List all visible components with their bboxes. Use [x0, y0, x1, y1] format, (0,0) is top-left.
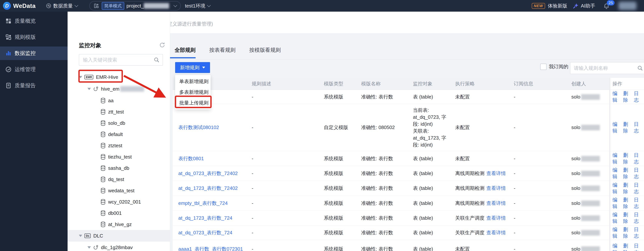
caret-down-icon[interactable]	[88, 246, 91, 249]
rule-search-input[interactable]	[574, 65, 637, 71]
redacted-text	[581, 201, 600, 206]
rule-name-link[interactable]: at_dq_0723_表行数_72402	[178, 171, 238, 176]
project-selector[interactable]: 简单模式 project_	[89, 1, 181, 10]
tree-item-wcy-0202-001[interactable]: wcy_0202_001	[68, 196, 170, 208]
delete-link[interactable]: 删除	[623, 243, 631, 251]
delete-link[interactable]: 删除	[623, 152, 631, 165]
app-logo[interactable]: D WeData	[3, 2, 36, 10]
tree-item-default[interactable]: default	[68, 129, 170, 140]
view-detail-link[interactable]: 查看详情	[486, 215, 506, 221]
delete-link[interactable]: 删除	[623, 212, 631, 225]
tree-item-dq-test[interactable]: dq_test	[68, 174, 170, 185]
try-new-version-link[interactable]: 体验新版	[548, 3, 567, 9]
sidebar-item-report[interactable]: 质量报告	[0, 79, 68, 92]
module-switcher[interactable]: 数据质量	[46, 3, 78, 9]
rule-name-link[interactable]: 表行数测试080102	[178, 125, 219, 130]
sidebar-item-ops[interactable]: 运维管理	[0, 63, 68, 76]
view-detail-link[interactable]: 查看详情	[486, 171, 506, 176]
menu-item-3[interactable]: 批量上传规则	[175, 98, 210, 108]
delete-link[interactable]: 删除	[623, 90, 631, 103]
tree-item-at-hive-gz[interactable]: at_hive_gz	[68, 219, 170, 230]
execution-strategy: 离线周期检测	[455, 185, 484, 191]
edit-link[interactable]: 编辑	[612, 182, 620, 195]
sidebar-item-overview[interactable]: 质量概览	[0, 14, 68, 28]
search-icon[interactable]	[154, 57, 160, 63]
tab-2[interactable]: 按表看规则	[209, 46, 236, 54]
caret-down-icon[interactable]	[79, 235, 82, 237]
emr-datasource-icon: EMR	[84, 75, 93, 79]
edit-link[interactable]: 编辑	[612, 152, 620, 165]
rule-name-link[interactable]: empty_tbl_表行数_724	[178, 200, 228, 206]
sidebar-item-template[interactable]: 规则模版	[0, 30, 68, 44]
tab-1[interactable]: 全部规则	[174, 46, 196, 54]
top-bar: D WeData 数据质量 简单模式 project_ test1环境 NEW …	[0, 0, 644, 12]
notifications-button[interactable]: 25	[603, 2, 610, 9]
rule-name-link[interactable]: at_dq_1723_表行数_72402	[178, 185, 238, 191]
tree-item-dlc-1g28mbav[interactable]: dlc_1g28mbav	[68, 242, 170, 251]
redacted-text	[581, 94, 600, 100]
log-link[interactable]: 日志	[634, 152, 641, 165]
rule-description: -	[252, 215, 324, 221]
log-link[interactable]: 日志	[634, 167, 641, 180]
log-link[interactable]: 日志	[634, 226, 641, 239]
ai-assistant-button[interactable]: AI助手	[573, 3, 595, 9]
rule-name-link[interactable]: aaaa1_表行数_表行数072301	[178, 246, 243, 251]
edit-link[interactable]: 编辑	[612, 212, 620, 225]
delete-link[interactable]: 删除	[623, 197, 631, 210]
view-detail-link[interactable]: 查看详情	[486, 230, 506, 236]
log-link[interactable]: 日志	[634, 212, 641, 225]
edit-link[interactable]: 编辑	[612, 226, 620, 239]
delete-link[interactable]: 删除	[623, 121, 631, 134]
tree-item-hive-em[interactable]: hive_em	[68, 83, 170, 95]
log-link[interactable]: 日志	[634, 243, 641, 251]
tree-search-input[interactable]	[82, 57, 154, 63]
edit-link[interactable]: 编辑	[612, 90, 620, 103]
subscribed-checkbox[interactable]	[540, 64, 546, 70]
template-name: 准确性: 表行数	[361, 230, 413, 236]
monitor-object: 表 (table)	[413, 200, 452, 207]
tree-item-emr-hive[interactable]: EMREMR-Hive	[68, 71, 170, 83]
menu-item-1[interactable]: 单表新增规则	[175, 76, 210, 87]
execution-strategy: 未配置	[455, 125, 470, 130]
tree-item-aa[interactable]: aa	[68, 95, 170, 106]
database-icon	[100, 177, 106, 182]
tree-item-tiezhu-test[interactable]: tiezhu_test	[68, 151, 170, 162]
search-icon[interactable]	[637, 65, 643, 71]
delete-link[interactable]: 删除	[623, 226, 631, 239]
project-name: project_	[126, 3, 144, 9]
edit-link[interactable]: 编辑	[612, 243, 620, 251]
view-detail-link[interactable]: 查看详情	[486, 185, 506, 191]
caret-down-icon[interactable]	[88, 88, 91, 90]
delete-link[interactable]: 删除	[623, 167, 631, 180]
caret-down-icon[interactable]	[79, 76, 82, 78]
tree-item-ztztest[interactable]: ztztest	[68, 140, 170, 151]
delete-link[interactable]: 删除	[623, 182, 631, 195]
rule-name-link[interactable]: 表行数0801	[178, 156, 204, 161]
add-rule-button[interactable]: 新增规则	[175, 62, 210, 73]
tree-item-ztt-test[interactable]: ztt_test	[68, 106, 170, 117]
tab-3[interactable]: 按模版看规则	[249, 46, 281, 54]
tree-item-dlc[interactable]: DsDLC	[68, 230, 170, 242]
redacted-text	[120, 86, 144, 92]
rule-name-link[interactable]: at_dq_1723_表行数_724	[178, 215, 232, 221]
edit-link[interactable]: 编辑	[612, 121, 620, 134]
env-selector[interactable]: test1环境	[185, 3, 210, 9]
log-link[interactable]: 日志	[634, 182, 641, 195]
database-icon	[100, 98, 106, 103]
avatar[interactable]	[618, 2, 636, 10]
tree-item-db001[interactable]: db001	[68, 208, 170, 219]
rule-name-link[interactable]: at_dq_0723_表行数_724	[178, 230, 232, 236]
tree-item-wedata-test[interactable]: wedata_test	[68, 185, 170, 196]
edit-link[interactable]: 编辑	[612, 197, 620, 210]
edit-link[interactable]: 编辑	[612, 167, 620, 180]
tree-item-sasha-db[interactable]: sasha_db	[68, 162, 170, 174]
log-link[interactable]: 日志	[634, 90, 641, 103]
database-icon	[100, 132, 106, 137]
sidebar-item-monitor[interactable]: 数据监控	[0, 46, 68, 60]
tree-item-solo-db[interactable]: solo_db	[68, 117, 170, 129]
refresh-icon[interactable]	[159, 42, 165, 49]
log-link[interactable]: 日志	[634, 121, 641, 134]
log-link[interactable]: 日志	[634, 197, 641, 210]
menu-item-2[interactable]: 多表新增规则	[175, 87, 210, 98]
view-detail-link[interactable]: 查看详情	[486, 200, 506, 206]
